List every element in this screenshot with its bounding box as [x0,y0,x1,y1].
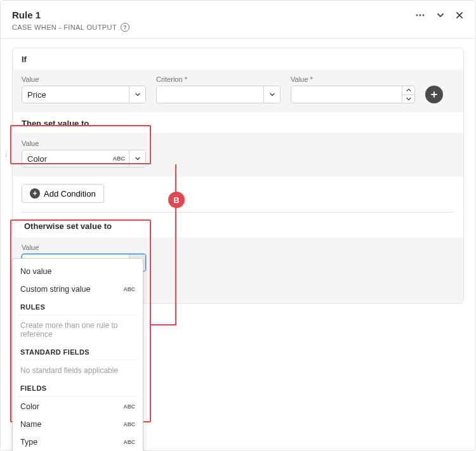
dropdown-item-custom-string[interactable]: Custom string value ABC [13,280,143,298]
rule-title: Rule 1 [12,10,129,20]
add-condition-label: Add Condition [44,189,96,199]
dropdown-item-field[interactable]: Name ABC [13,415,143,433]
value-dropdown: No value Custom string value ABC RULES C… [12,258,143,451]
criterion-value [157,86,263,103]
rule-subtitle-text: CASE WHEN - FINAL OUTPUT [12,23,117,31]
stepper-down-icon[interactable] [402,95,414,103]
if-value-selected: Price [22,86,129,103]
criterion-select[interactable] [156,86,281,103]
otherwise-section: Otherwise set value to [13,212,463,231]
add-clause-button[interactable] [425,86,443,103]
abc-badge: ABC [124,403,135,410]
abc-badge: ABC [124,421,135,428]
if-body: Value Price Criterion * [13,69,463,112]
then-value-label: Value [22,140,146,147]
abc-badge: ABC [113,150,129,167]
if-value2-stepper[interactable] [291,86,415,103]
if-section: If [13,48,463,64]
if-value2-label: Value * [291,75,415,83]
collapse-icon[interactable] [436,11,445,20]
otherwise-value-label: Value [22,244,146,251]
rule-panel: Rule 1 CASE WHEN - FINAL OUTPUT ? ⋮⋮⋮⋮ I… [0,0,476,451]
dropdown-item-field[interactable]: Type ABC [13,433,143,451]
chevron-down-icon[interactable] [129,150,145,167]
svg-point-1 [420,15,421,16]
dropdown-item-no-value[interactable]: No value [13,263,143,280]
svg-point-0 [416,15,418,16]
plus-icon: + [30,188,40,199]
dropdown-item-field[interactable]: Color ABC [13,398,143,415]
if-value2-input[interactable] [291,86,402,103]
then-body: Value Color ABC [13,133,463,176]
then-value-selected: Color [22,150,113,167]
chevron-down-icon[interactable] [129,86,145,103]
rule-subtitle: CASE WHEN - FINAL OUTPUT ? [12,23,129,32]
stepper-up-icon[interactable] [402,86,414,95]
panel-header: Rule 1 CASE WHEN - FINAL OUTPUT ? [1,1,475,39]
then-title: Then set value to [22,119,454,128]
dropdown-hint-rules: Create more than one rule to reference [13,317,143,343]
if-value-select[interactable]: Price [22,86,146,103]
dropdown-header-standard: STANDARD FIELDS [18,344,138,360]
abc-badge: ABC [124,286,135,292]
if-title: If [22,55,454,64]
dropdown-hint-standard: No standard fields applicable [13,362,143,379]
dropdown-header-rules: RULES [18,299,138,315]
dropdown-header-fields: FIELDS [18,381,138,396]
chevron-down-icon[interactable] [263,86,280,103]
if-value-label: Value [22,75,146,83]
help-icon[interactable]: ? [121,23,129,32]
close-icon[interactable] [455,11,464,20]
then-section: Then set value to [13,112,463,128]
criterion-label: Criterion * [156,75,281,83]
then-value-select[interactable]: Color ABC [22,150,146,167]
abc-badge: ABC [124,439,135,445]
callout-badge: B [168,192,185,208]
panel-body: ⋮⋮⋮⋮ If Value Price [1,39,475,319]
svg-point-2 [423,15,425,16]
more-icon[interactable] [414,10,426,21]
otherwise-title: Otherwise set value to [24,221,452,231]
add-condition-button[interactable]: + Add Condition [22,184,104,203]
